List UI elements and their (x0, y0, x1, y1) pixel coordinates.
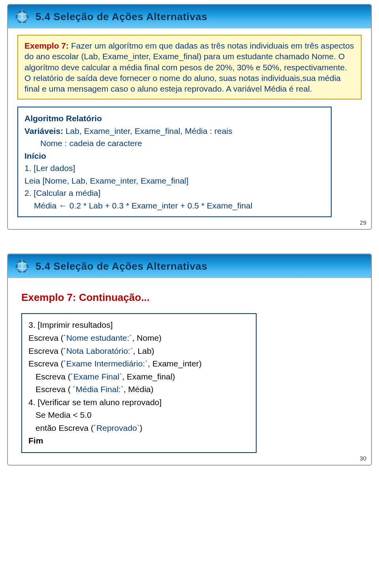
algorithm-box: Algoritmo Relatório Variáveis: Lab, Exam… (17, 107, 332, 217)
globe-icon (14, 258, 30, 274)
algo-line: 2. [Calcular a média] (24, 187, 325, 199)
slide-title: 5.4 Seleção de Ações Alternativas (36, 11, 207, 23)
algo-line: Leia [Nome, Lab, Exame_inter, Exame_fina… (24, 175, 325, 187)
algo-line: Nome : cadeia de caractere (24, 137, 325, 150)
slide-title: 5.4 Seleção de Ações Alternativas (36, 260, 207, 272)
slide-30: 5.4 Seleção de Ações Alternativas Exempl… (7, 254, 372, 465)
algo-line: Se Media < 5.0 (28, 409, 250, 422)
algo-line: 3. [Imprimir resultados] (28, 319, 250, 332)
algo-line: Início (24, 150, 325, 162)
algo-line: Variáveis: (24, 126, 63, 135)
slide-body: Exemplo 7: Fazer um algorítmo em que dad… (8, 28, 371, 221)
algo-line: Média ← 0.2 * Lab + 0.3 * Exame_inter + … (24, 199, 325, 212)
slide-29: 5.4 Seleção de Ações Alternativas Exempl… (7, 4, 372, 230)
algo-line: Lab, Exame_inter, Exame_final, Média : r… (63, 126, 232, 135)
algo-line: Escreva (´Exame Intermediário:`, Exame_i… (28, 357, 250, 370)
globe-icon (14, 9, 30, 24)
problem-text: Fazer um algorítmo em que dadas as três … (24, 41, 354, 93)
algo-line: 1. [Ler dados] (24, 162, 325, 175)
algo-line: Algoritmo Relatório (24, 114, 102, 123)
page-number: 30 (360, 455, 366, 462)
slide-header: 5.4 Seleção de Ações Alternativas (8, 254, 371, 278)
slide-body: Exemplo 7: Continuação... 3. [Imprimir r… (8, 278, 371, 456)
algo-line: 4. [Verificar se tem aluno reprovado] (28, 396, 250, 409)
algo-line: Escreva ( ´Média Final:`, Média) (28, 383, 250, 396)
algo-line: Escreva (´Nome estudante:´, Nome) (28, 332, 250, 345)
algo-line: então Escreva (´Reprovado`) (28, 422, 250, 435)
problem-statement-box: Exemplo 7: Fazer um algorítmo em que dad… (17, 35, 362, 100)
algorithm-box: 3. [Imprimir resultados] Escreva (´Nome … (21, 313, 257, 453)
example-label: Exemplo 7: (24, 41, 69, 50)
slide-header: 5.4 Seleção de Ações Alternativas (8, 5, 371, 28)
algo-line: Escreva (´Exame Final`, Exame_final) (28, 370, 250, 383)
algo-line: Escreva (´Nota Laboratório:`, Lab) (28, 345, 250, 358)
continuation-title: Exemplo 7: Continuação... (21, 291, 362, 304)
algo-line: Fim (28, 434, 250, 447)
page-number: 29 (360, 219, 366, 226)
